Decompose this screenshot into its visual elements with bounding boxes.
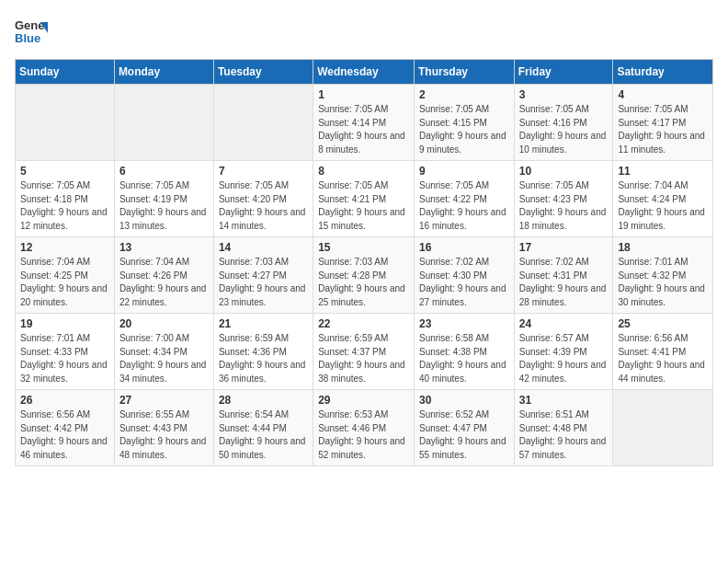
day-info: Sunrise: 6:54 AMSunset: 4:44 PMDaylight:… [219, 408, 308, 462]
day-number: 6 [119, 165, 209, 178]
calendar-cell [114, 85, 213, 161]
calendar-week-row: 12Sunrise: 7:04 AMSunset: 4:25 PMDayligh… [16, 237, 713, 314]
weekday-header: Wednesday [313, 60, 415, 85]
day-info: Sunrise: 7:00 AMSunset: 4:34 PMDaylight:… [119, 332, 209, 385]
day-number: 16 [419, 241, 509, 254]
calendar-cell [613, 390, 713, 466]
day-number: 9 [419, 165, 509, 178]
day-info: Sunrise: 6:57 AMSunset: 4:39 PMDaylight:… [519, 332, 609, 385]
calendar-cell: 2Sunrise: 7:05 AMSunset: 4:15 PMDaylight… [414, 85, 514, 161]
day-info: Sunrise: 7:05 AMSunset: 4:17 PMDaylight:… [618, 103, 708, 156]
calendar-cell: 31Sunrise: 6:51 AMSunset: 4:48 PMDayligh… [514, 390, 613, 466]
day-info: Sunrise: 6:59 AMSunset: 4:36 PMDaylight:… [219, 332, 308, 385]
day-info: Sunrise: 6:52 AMSunset: 4:47 PMDaylight:… [419, 408, 509, 462]
calendar-cell: 12Sunrise: 7:04 AMSunset: 4:25 PMDayligh… [16, 237, 115, 314]
day-info: Sunrise: 7:05 AMSunset: 4:14 PMDaylight:… [318, 103, 409, 156]
day-info: Sunrise: 7:05 AMSunset: 4:20 PMDaylight:… [219, 179, 308, 233]
calendar-week-row: 5Sunrise: 7:05 AMSunset: 4:18 PMDaylight… [16, 161, 713, 237]
day-info: Sunrise: 7:02 AMSunset: 4:30 PMDaylight:… [419, 256, 509, 309]
day-info: Sunrise: 7:05 AMSunset: 4:19 PMDaylight:… [119, 179, 209, 233]
weekday-header: Monday [114, 60, 213, 85]
day-number: 5 [20, 165, 109, 178]
calendar-cell: 23Sunrise: 6:58 AMSunset: 4:38 PMDayligh… [414, 314, 514, 390]
calendar-cell: 27Sunrise: 6:55 AMSunset: 4:43 PMDayligh… [114, 390, 213, 466]
calendar-cell: 9Sunrise: 7:05 AMSunset: 4:22 PMDaylight… [414, 161, 514, 237]
day-number: 31 [519, 394, 609, 407]
calendar-cell [213, 85, 313, 161]
day-info: Sunrise: 7:05 AMSunset: 4:21 PMDaylight:… [318, 179, 409, 233]
calendar-cell: 24Sunrise: 6:57 AMSunset: 4:39 PMDayligh… [514, 314, 613, 390]
page-header: General Blue [15, 15, 713, 48]
calendar-cell: 16Sunrise: 7:02 AMSunset: 4:30 PMDayligh… [414, 237, 514, 314]
calendar-cell: 5Sunrise: 7:05 AMSunset: 4:18 PMDaylight… [16, 161, 115, 237]
calendar-week-row: 1Sunrise: 7:05 AMSunset: 4:14 PMDaylight… [16, 85, 713, 161]
calendar-cell: 22Sunrise: 6:59 AMSunset: 4:37 PMDayligh… [313, 314, 415, 390]
day-number: 15 [318, 241, 409, 254]
calendar-cell: 7Sunrise: 7:05 AMSunset: 4:20 PMDaylight… [213, 161, 313, 237]
day-info: Sunrise: 6:55 AMSunset: 4:43 PMDaylight:… [119, 408, 209, 462]
weekday-header: Sunday [16, 60, 115, 85]
calendar-cell: 30Sunrise: 6:52 AMSunset: 4:47 PMDayligh… [414, 390, 514, 466]
day-info: Sunrise: 7:03 AMSunset: 4:27 PMDaylight:… [219, 256, 308, 309]
day-info: Sunrise: 7:02 AMSunset: 4:31 PMDaylight:… [519, 256, 609, 309]
day-number: 28 [219, 394, 308, 407]
weekday-header-row: SundayMondayTuesdayWednesdayThursdayFrid… [16, 60, 713, 85]
day-number: 18 [618, 241, 708, 254]
day-info: Sunrise: 7:05 AMSunset: 4:22 PMDaylight:… [419, 179, 509, 233]
day-number: 12 [20, 241, 109, 254]
day-number: 7 [219, 165, 308, 178]
weekday-header: Friday [514, 60, 613, 85]
svg-text:Blue: Blue [15, 31, 40, 45]
logo: General Blue [15, 15, 48, 48]
day-number: 4 [618, 88, 708, 101]
day-info: Sunrise: 6:56 AMSunset: 4:41 PMDaylight:… [618, 332, 708, 385]
day-info: Sunrise: 6:58 AMSunset: 4:38 PMDaylight:… [419, 332, 509, 385]
calendar-table: SundayMondayTuesdayWednesdayThursdayFrid… [15, 59, 713, 466]
calendar-cell: 11Sunrise: 7:04 AMSunset: 4:24 PMDayligh… [613, 161, 713, 237]
day-info: Sunrise: 7:05 AMSunset: 4:18 PMDaylight:… [20, 179, 109, 233]
day-info: Sunrise: 7:05 AMSunset: 4:16 PMDaylight:… [519, 103, 609, 156]
day-info: Sunrise: 7:04 AMSunset: 4:25 PMDaylight:… [20, 256, 109, 309]
day-number: 25 [618, 317, 708, 330]
calendar-cell: 3Sunrise: 7:05 AMSunset: 4:16 PMDaylight… [514, 85, 613, 161]
day-info: Sunrise: 6:51 AMSunset: 4:48 PMDaylight:… [519, 408, 609, 462]
day-number: 3 [519, 88, 609, 101]
day-info: Sunrise: 7:04 AMSunset: 4:24 PMDaylight:… [618, 179, 708, 233]
day-number: 11 [618, 165, 708, 178]
calendar-cell: 13Sunrise: 7:04 AMSunset: 4:26 PMDayligh… [114, 237, 213, 314]
day-number: 21 [219, 317, 308, 330]
calendar-week-row: 26Sunrise: 6:56 AMSunset: 4:42 PMDayligh… [16, 390, 713, 466]
calendar-cell: 10Sunrise: 7:05 AMSunset: 4:23 PMDayligh… [514, 161, 613, 237]
calendar-cell: 20Sunrise: 7:00 AMSunset: 4:34 PMDayligh… [114, 314, 213, 390]
calendar-cell: 29Sunrise: 6:53 AMSunset: 4:46 PMDayligh… [313, 390, 415, 466]
weekday-header: Thursday [414, 60, 514, 85]
calendar-cell: 1Sunrise: 7:05 AMSunset: 4:14 PMDaylight… [313, 85, 415, 161]
day-info: Sunrise: 7:04 AMSunset: 4:26 PMDaylight:… [119, 256, 209, 309]
day-number: 1 [318, 88, 409, 101]
day-number: 30 [419, 394, 509, 407]
day-info: Sunrise: 7:05 AMSunset: 4:15 PMDaylight:… [419, 103, 509, 156]
calendar-week-row: 19Sunrise: 7:01 AMSunset: 4:33 PMDayligh… [16, 314, 713, 390]
calendar-cell: 17Sunrise: 7:02 AMSunset: 4:31 PMDayligh… [514, 237, 613, 314]
calendar-cell: 15Sunrise: 7:03 AMSunset: 4:28 PMDayligh… [313, 237, 415, 314]
calendar-cell: 14Sunrise: 7:03 AMSunset: 4:27 PMDayligh… [213, 237, 313, 314]
day-number: 27 [119, 394, 209, 407]
day-number: 20 [119, 317, 209, 330]
day-number: 17 [519, 241, 609, 254]
day-info: Sunrise: 7:01 AMSunset: 4:33 PMDaylight:… [20, 332, 109, 385]
day-number: 2 [419, 88, 509, 101]
day-info: Sunrise: 6:53 AMSunset: 4:46 PMDaylight:… [318, 408, 409, 462]
day-info: Sunrise: 7:05 AMSunset: 4:23 PMDaylight:… [519, 179, 609, 233]
day-number: 19 [20, 317, 109, 330]
calendar-cell: 28Sunrise: 6:54 AMSunset: 4:44 PMDayligh… [213, 390, 313, 466]
day-number: 29 [318, 394, 409, 407]
day-number: 24 [519, 317, 609, 330]
calendar-cell: 26Sunrise: 6:56 AMSunset: 4:42 PMDayligh… [16, 390, 115, 466]
weekday-header: Tuesday [213, 60, 313, 85]
day-number: 14 [219, 241, 308, 254]
day-number: 26 [20, 394, 109, 407]
day-number: 10 [519, 165, 609, 178]
calendar-cell: 6Sunrise: 7:05 AMSunset: 4:19 PMDaylight… [114, 161, 213, 237]
day-number: 23 [419, 317, 509, 330]
logo-icon: General Blue [15, 15, 48, 48]
